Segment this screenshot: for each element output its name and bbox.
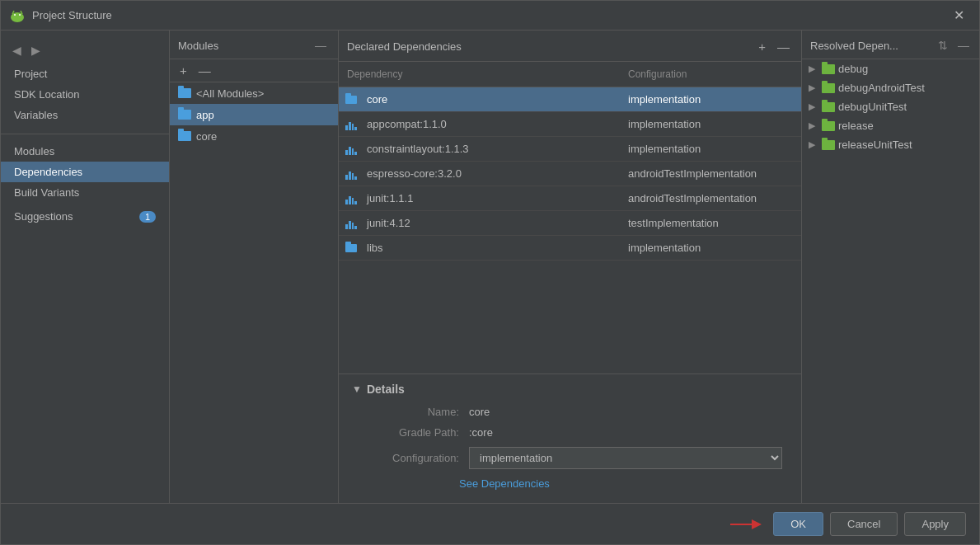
dep-row-core[interactable]: core implementation [339,87,801,112]
apply-button[interactable]: Apply [904,512,966,536]
dep-name-junit412: junit:4.12 [363,214,620,232]
module-core[interactable]: core [170,125,338,147]
folder-icon-core [178,129,191,143]
dep-name-core: core [363,91,620,108]
nav-back-arrow[interactable]: ◀ [9,42,25,59]
dep-row-espresso[interactable]: espresso-core:3.2.0 androidTestImplement… [339,162,801,186]
arrow-area [14,516,767,533]
close-button[interactable]: ✕ [947,4,971,26]
folder-icon-release [822,121,835,131]
nav-arrows: ◀ ▶ [1,39,169,62]
dep-cfg-appcompat: implementation [620,115,801,133]
sidebar-item-variables[interactable]: Variables [1,105,169,125]
svg-point-2 [14,14,16,16]
declared-dependencies-panel: Declared Dependencies + — Dependency Con… [339,31,802,503]
svg-point-3 [19,14,21,16]
sidebar-section: Modules Dependencies Build Variants [1,134,169,206]
config-select[interactable]: implementation [469,447,782,469]
folder-icon-app [178,108,191,121]
main-content: ◀ ▶ Project SDK Location Variables Modul… [1,31,979,503]
sidebar-item-build-variants[interactable]: Build Variants [1,182,169,203]
sidebar-item-suggestions[interactable]: Suggestions 1 [1,206,169,227]
apply-arrow-indicator [730,516,763,533]
cancel-button[interactable]: Cancel [830,512,898,536]
modules-panel-header: Modules — [170,31,338,59]
tree-item-debug[interactable]: ▶ debug [802,59,979,78]
col-configuration: Configuration [620,66,801,82]
dep-cfg-junit412: testImplementation [620,214,801,232]
tree-item-debugandroidtest[interactable]: ▶ debugAndroidTest [802,78,979,97]
tree-label-release: release [838,120,874,132]
ok-button[interactable]: OK [773,512,823,536]
dep-name-appcompat: appcompat:1.1.0 [363,115,620,133]
modules-minimize-button[interactable]: — [312,39,330,52]
folder-icon-debug [822,64,835,74]
tree-item-release[interactable]: ▶ release [802,116,979,135]
tree-label-debugandroidtest: debugAndroidTest [838,82,925,94]
dep-name-libs: libs [363,239,620,256]
col-dependency: Dependency [339,66,620,82]
dep-icon-libs [339,244,363,252]
dialog-footer: OK Cancel Apply [1,503,979,544]
modules-add-button[interactable]: + [176,63,190,78]
dep-cfg-libs: implementation [620,239,801,256]
dep-toolbar: + — [755,39,793,54]
sidebar-item-dependencies[interactable]: Dependencies [1,162,169,182]
resolved-sort-icon[interactable]: ⇅ [935,39,951,52]
sidebar-item-modules[interactable]: Modules [1,141,169,162]
dep-row-libs[interactable]: libs implementation [339,236,801,261]
suggestions-badge: 1 [139,211,156,223]
tree-item-debugunittest[interactable]: ▶ debugUnitTest [802,97,979,116]
details-title: Details [367,383,405,396]
see-dependencies-link[interactable]: See Dependencies [352,477,788,490]
config-label: Configuration: [368,452,459,464]
dep-table: core implementation appcompat:1.1.0 [339,87,801,374]
dep-cfg-core: implementation [620,91,801,108]
folder-icon-releaseunittest [822,140,835,150]
dep-row-appcompat[interactable]: appcompat:1.1.0 implementation [339,112,801,137]
modules-remove-button[interactable]: — [195,63,214,78]
gradle-path-label: Gradle Path: [368,426,459,439]
tree-arrow-debugunittest: ▶ [809,101,818,112]
module-all-modules[interactable]: <All Modules> [170,82,338,104]
dep-row-junit111[interactable]: junit:1.1.1 androidTestImplementation [339,186,801,211]
titlebar: Project Structure ✕ [1,1,979,31]
details-config-field: Configuration: implementation [352,447,788,469]
dep-row-constraintlayout[interactable]: constraintlayout:1.1.3 implementation [339,137,801,162]
dep-icon-constraintlayout [339,143,363,155]
resolved-panel-icons: ⇅ — [935,39,973,52]
dep-icon-junit412 [339,218,363,229]
resolved-minimize-icon[interactable]: — [954,39,973,52]
details-toggle[interactable]: ▼ [352,383,362,395]
dep-cfg-constraintlayout: implementation [620,140,801,157]
sidebar-nav: ◀ ▶ Project SDK Location Variables [1,31,169,134]
nav-forward-arrow[interactable]: ▶ [28,42,44,59]
folder-icon-debugunittest [822,102,835,112]
module-app[interactable]: app [170,104,338,125]
tree-label-debug: debug [838,63,868,75]
dep-add-button[interactable]: + [755,39,769,54]
tree-label-debugunittest: debugUnitTest [838,101,907,113]
config-select-wrapper: implementation [469,447,782,469]
resolved-panel: Resolved Depen... ⇅ — ▶ debug ▶ debugAnd… [802,31,979,503]
project-structure-dialog: Project Structure ✕ ◀ ▶ Project SDK Loca… [0,0,980,545]
tree-arrow-releaseunittest: ▶ [809,139,818,150]
details-header: ▼ Details [352,383,788,396]
dep-cfg-espresso: androidTestImplementation [620,165,801,182]
tree-item-releaseunittest[interactable]: ▶ releaseUnitTest [802,135,979,154]
dep-name-espresso: espresso-core:3.2.0 [363,165,620,182]
modules-toolbar: + — [170,59,338,82]
dep-row-junit412[interactable]: junit:4.12 testImplementation [339,211,801,236]
dep-icon-espresso [339,168,363,180]
nav-arrows-container: ◀ ▶ [9,42,44,59]
details-name-field: Name: core [352,406,788,418]
name-label: Name: [368,406,459,418]
sidebar-item-project[interactable]: Project [1,63,169,84]
dep-remove-button[interactable]: — [774,39,793,54]
sidebar-item-sdk-location[interactable]: SDK Location [1,84,169,105]
android-icon [9,7,26,24]
tree-arrow-debugandroidtest: ▶ [809,82,818,93]
folder-icon-all-modules [178,87,191,100]
dep-icon-core [339,96,363,104]
declared-panel-header: Declared Dependencies + — [339,31,801,62]
